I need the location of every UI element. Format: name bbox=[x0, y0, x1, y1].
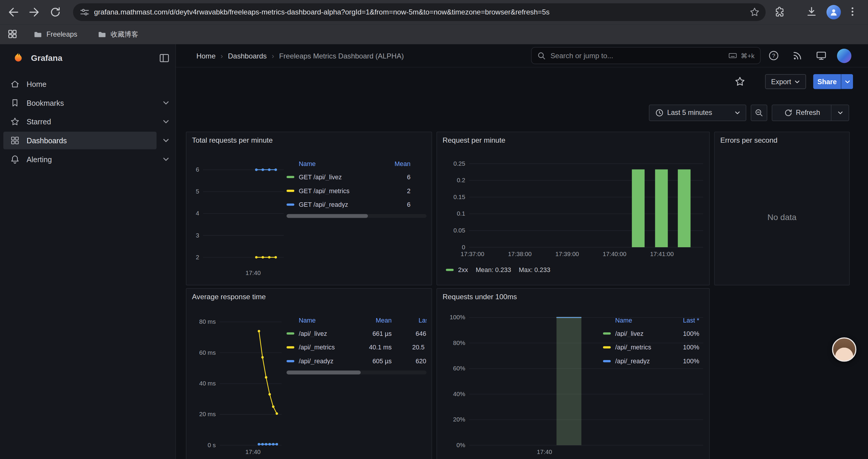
panel-title[interactable]: Requests under 100ms bbox=[442, 293, 517, 301]
svg-text:100%: 100% bbox=[450, 314, 465, 321]
bookmark-label: Freeleaps bbox=[46, 30, 77, 38]
export-button[interactable]: Export bbox=[765, 74, 806, 89]
legend: NameMeanGET /api/_livez6GET /api/_metric… bbox=[286, 158, 427, 211]
series-color-dash bbox=[286, 360, 294, 362]
zoom-out-button[interactable] bbox=[751, 104, 767, 121]
extensions-icon[interactable] bbox=[773, 6, 787, 19]
downloads-icon[interactable] bbox=[805, 6, 819, 19]
breadcrumb-separator: › bbox=[272, 52, 274, 60]
legend-sort-header[interactable]: Last * bbox=[672, 317, 699, 323]
bookmarks-bar: Freeleaps 收藏博客 bbox=[0, 24, 868, 44]
keyboard-icon bbox=[728, 51, 737, 60]
refresh-button[interactable]: Refresh bbox=[772, 104, 831, 121]
search-input[interactable]: Search or jump to... ⌘+k bbox=[531, 47, 761, 64]
scrollbar-thumb[interactable] bbox=[286, 371, 361, 374]
back-icon[interactable] bbox=[6, 6, 20, 19]
svg-text:0%: 0% bbox=[457, 441, 465, 448]
browser-toolbar: grafana.mathmast.com/d/deytv4rwavabkb/fr… bbox=[0, 0, 868, 24]
legend: NameMeanLast */api/_livez661 µs646 µs/ap… bbox=[286, 314, 427, 368]
panel-request-per-minute: Request per minute 0.250.20.150.10.05017… bbox=[436, 132, 710, 286]
user-avatar[interactable] bbox=[837, 49, 851, 63]
legend: NameLast */api/_livez100%/api/_metrics10… bbox=[603, 314, 701, 368]
svg-text:0.15: 0.15 bbox=[454, 193, 465, 200]
legend-item[interactable]: GET /api/_livez6 bbox=[286, 170, 427, 184]
chevron-down-icon[interactable] bbox=[163, 100, 169, 106]
monitor-icon[interactable] bbox=[815, 50, 827, 61]
legend-item[interactable]: GET /api/_readyz6 bbox=[286, 197, 427, 211]
refresh-interval-button[interactable] bbox=[831, 104, 849, 121]
legend-sort-header[interactable]: Last * bbox=[392, 317, 427, 323]
legend-stat: Mean: 0.233 bbox=[476, 267, 511, 273]
url-bar[interactable]: grafana.mathmast.com/d/deytv4rwavabkb/fr… bbox=[73, 3, 766, 21]
svg-text:0 s: 0 s bbox=[208, 441, 216, 448]
legend-item[interactable]: /api/_metrics40.1 ms20.5 ms bbox=[286, 340, 427, 354]
svg-text:2: 2 bbox=[196, 254, 199, 261]
bookmark-star-icon[interactable] bbox=[749, 6, 760, 18]
legend: 2xxMean: 0.233Max: 0.233 bbox=[446, 267, 550, 273]
assistant-avatar[interactable] bbox=[832, 337, 856, 362]
legend-item[interactable]: /api/_readyz605 µs620 µs bbox=[286, 354, 427, 368]
browser-menu-icon[interactable] bbox=[846, 6, 860, 19]
sidebar-item-bookmarks[interactable]: Bookmarks bbox=[0, 93, 176, 112]
browser-profile-avatar[interactable] bbox=[827, 5, 841, 20]
sidebar-item-dashboards[interactable]: Dashboards bbox=[0, 131, 176, 150]
svg-text:80 ms: 80 ms bbox=[199, 318, 216, 325]
search-shortcut: ⌘+k bbox=[728, 51, 754, 60]
forward-icon[interactable] bbox=[28, 6, 41, 19]
series-color-dash bbox=[446, 269, 454, 271]
series-color-dash bbox=[603, 332, 611, 334]
svg-text:3: 3 bbox=[196, 232, 199, 239]
sidebar-item-starred[interactable]: Starred bbox=[0, 112, 176, 131]
share-menu-button[interactable] bbox=[841, 74, 853, 89]
legend-item[interactable]: /api/_livez100% bbox=[603, 326, 701, 340]
legend-header: NameMeanLast * bbox=[286, 314, 427, 326]
breadcrumb-home[interactable]: Home bbox=[196, 52, 216, 60]
legend-sort-header[interactable]: Mean bbox=[361, 317, 392, 323]
bookmark-folder-freeleaps[interactable]: Freeleaps bbox=[33, 24, 77, 44]
sidebar-item-home[interactable]: Home bbox=[0, 75, 176, 94]
panel-title[interactable]: Total requests per minute bbox=[192, 136, 273, 144]
site-settings-icon[interactable] bbox=[79, 6, 90, 18]
panel-average-response-time: Average response time 80 ms60 ms40 ms20 … bbox=[186, 288, 432, 459]
panel-title[interactable]: Errors per second bbox=[720, 136, 777, 144]
grafana-logo-icon[interactable] bbox=[12, 52, 24, 64]
sidebar-collapse-icon[interactable] bbox=[158, 52, 170, 64]
svg-text:0.25: 0.25 bbox=[454, 160, 465, 167]
legend-scrollbar[interactable] bbox=[286, 371, 427, 374]
bookmark-folder-blogs[interactable]: 收藏博客 bbox=[97, 24, 138, 44]
chevron-down-icon[interactable] bbox=[163, 156, 169, 162]
chevron-down-icon[interactable] bbox=[163, 119, 169, 125]
svg-text:60%: 60% bbox=[453, 365, 465, 371]
panel-title[interactable]: Request per minute bbox=[442, 136, 505, 144]
breadcrumb-dashboards[interactable]: Dashboards bbox=[228, 52, 267, 60]
legend-sort-header[interactable]: Mean bbox=[377, 160, 410, 167]
panel-title[interactable]: Average response time bbox=[192, 293, 266, 301]
legend-header: NameLast * bbox=[603, 314, 701, 326]
star-icon bbox=[10, 117, 20, 127]
news-rss-icon[interactable] bbox=[792, 50, 803, 61]
favorite-star-icon[interactable] bbox=[734, 76, 746, 88]
svg-text:60 ms: 60 ms bbox=[199, 349, 216, 356]
chart: 6543217:40NameMeanGET /api/_livez6GET /a… bbox=[186, 132, 432, 285]
legend-item[interactable]: /api/_livez661 µs646 µs bbox=[286, 326, 427, 340]
legend-header: NameMean bbox=[286, 158, 427, 170]
scrollbar-thumb[interactable] bbox=[286, 214, 368, 218]
legend-item[interactable]: GET /api/_metrics2 bbox=[286, 184, 427, 198]
no-data-message: No data bbox=[715, 149, 849, 285]
legend-item[interactable]: 2xx bbox=[458, 267, 468, 273]
svg-text:17:40: 17:40 bbox=[246, 448, 260, 455]
legend-item[interactable]: /api/_metrics100% bbox=[603, 340, 701, 354]
chart: 100%80%60%40%20%0%17:40NameLast */api/_l… bbox=[437, 289, 709, 459]
apps-icon bbox=[10, 136, 20, 145]
folder-icon bbox=[97, 30, 107, 39]
legend-scrollbar[interactable] bbox=[286, 214, 427, 218]
reload-icon[interactable] bbox=[49, 6, 62, 19]
help-icon[interactable]: ? bbox=[768, 50, 779, 61]
sidebar-item-alerting[interactable]: Alerting bbox=[0, 150, 176, 169]
legend-item[interactable]: /api/_readyz100% bbox=[603, 354, 701, 368]
time-range-picker[interactable]: Last 5 minutes bbox=[649, 104, 746, 121]
chevron-down-icon[interactable] bbox=[163, 137, 169, 143]
svg-text:17:38:00: 17:38:00 bbox=[508, 251, 531, 257]
apps-grid-icon[interactable] bbox=[6, 28, 20, 41]
share-button[interactable]: Share bbox=[813, 74, 841, 89]
